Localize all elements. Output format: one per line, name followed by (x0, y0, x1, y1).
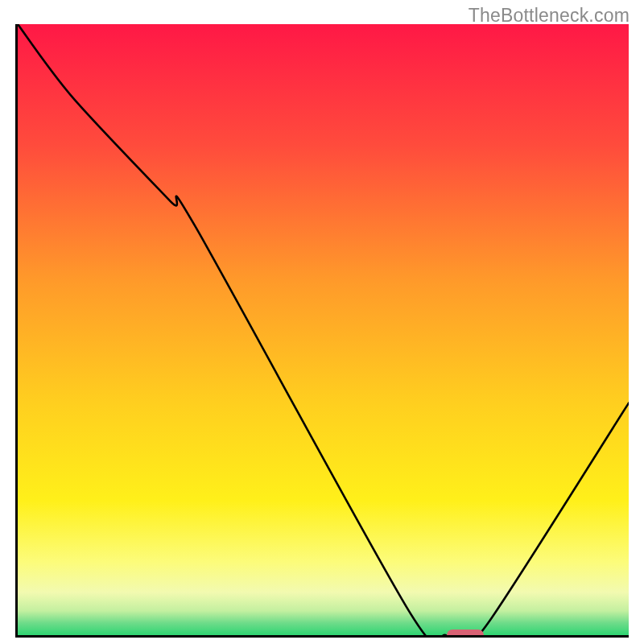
optimal-marker (447, 630, 484, 638)
watermark-text: TheBottleneck.com (469, 5, 630, 27)
chart-container: TheBottleneck.com (0, 0, 644, 644)
bottleneck-curve (18, 24, 629, 635)
plot-area (15, 24, 629, 638)
